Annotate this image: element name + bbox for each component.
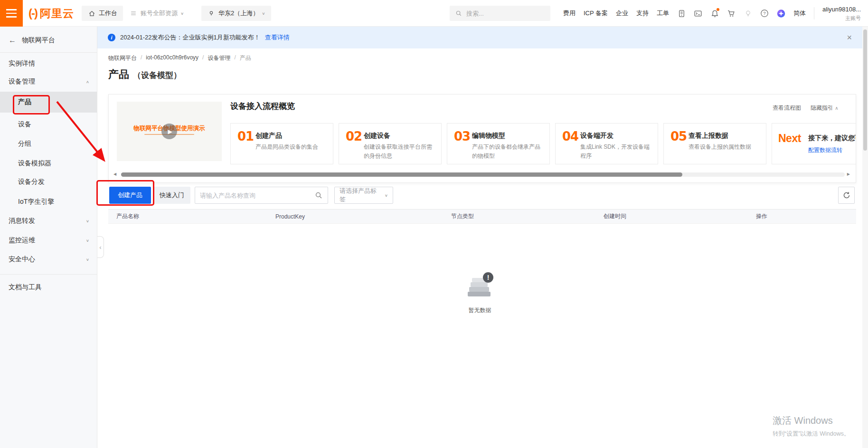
guide-step-3: 03 编辑物模型 产品下的设备都会继承产品的物模型	[447, 123, 550, 164]
nav-billing[interactable]: 费用	[563, 9, 576, 18]
no-data-icon: !	[464, 272, 496, 301]
breadcrumb-item[interactable]: 设备管理	[208, 54, 230, 62]
chevron-down-icon: ∨	[86, 257, 89, 262]
step-description: 查看设备上报的属性数据	[689, 143, 761, 152]
breadcrumb-separator: /	[202, 54, 204, 62]
collapse-icon: ‹	[99, 244, 101, 251]
sidebar-collapse-handle[interactable]: ‹	[97, 236, 104, 258]
sidebar-back[interactable]: ← 物联网平台	[0, 32, 97, 48]
topbar-right: 费用 ICP 备案 企业 支持 工单 ?	[563, 0, 861, 27]
sidebar-item-label: 文档与工具	[9, 283, 42, 292]
quickstart-button[interactable]: 快速入门	[153, 187, 190, 204]
guide-next-card: Next 接下来，建议您可 配置数据流转	[772, 123, 856, 164]
column-created-time: 创建时间	[604, 212, 626, 220]
sidebar-item-label: 实例详情	[9, 59, 35, 68]
horizontal-scrollbar-thumb[interactable]	[121, 172, 682, 177]
product-table-header: 产品名称 ProductKey 节点类型 创建时间 操作	[108, 209, 856, 224]
hamburger-menu-icon[interactable]	[0, 0, 23, 27]
sidebar-item-security-center[interactable]: 安全中心∨	[0, 250, 97, 269]
lightbulb-icon[interactable]	[744, 9, 752, 18]
aliyun-logo[interactable]: (-) 阿里云	[28, 0, 74, 27]
chevron-down-icon: ∨	[86, 238, 89, 243]
sidebar-item-docs-tools[interactable]: 文档与工具	[0, 278, 97, 297]
sidebar-item-instance-detail[interactable]: 实例详情	[0, 54, 97, 73]
sidebar-item-group[interactable]: 分组	[0, 134, 97, 153]
page-title-sub: （设备模型）	[133, 70, 181, 81]
search-icon[interactable]	[314, 191, 323, 200]
chevron-down-icon: ∨	[86, 219, 89, 223]
play-icon[interactable]: ▶	[161, 124, 177, 139]
nav-icp[interactable]: ICP 备案	[584, 9, 608, 18]
global-search-input[interactable]	[466, 10, 538, 17]
account-resources-selector[interactable]: 账号全部资源 ∨	[129, 0, 184, 27]
sidebar-item-label: IoT孪生引擎	[18, 198, 54, 206]
notification-dot	[717, 8, 719, 11]
product-search-box	[195, 187, 328, 204]
language-selector[interactable]: 简体	[793, 9, 806, 18]
sidebar-item-label: 产品	[18, 98, 31, 106]
sidebar-item-device-management[interactable]: 设备管理∧	[0, 72, 97, 91]
page-scrollbar[interactable]	[862, 27, 868, 448]
search-icon	[454, 9, 463, 18]
breadcrumb-item[interactable]: 物联网平台	[108, 54, 137, 62]
hide-guide-label: 隐藏指引	[811, 105, 833, 111]
sidebar-divider	[0, 52, 97, 53]
sidebar-item-label: 设备模拟器	[18, 159, 51, 168]
step-number: 01	[237, 129, 254, 143]
sidebar-item-label: 设备	[18, 120, 31, 129]
user-account[interactable]: aliyun98108... 主账号	[822, 5, 861, 22]
nav-enterprise[interactable]: 企业	[616, 9, 628, 18]
info-icon: i	[108, 34, 115, 41]
onboarding-guide-panel: 物联网平台物模型使用演示 ▶ 设备接入流程概览 查看流程图 隐藏指引 ∧ 01 …	[108, 94, 856, 183]
ai-assistant-icon[interactable]	[777, 9, 785, 18]
product-tag-select[interactable]: 请选择产品标签 ∨	[334, 187, 393, 204]
breadcrumb-item[interactable]: iot-06z00c0h9r6voyy	[146, 54, 198, 62]
guide-heading: 设备接入流程概览	[230, 101, 295, 112]
sidebar-item-label: 消息转发	[9, 217, 35, 225]
workbench-button[interactable]: 工作台	[82, 6, 123, 21]
product-search-input[interactable]	[200, 192, 314, 199]
create-product-button[interactable]: 创建产品	[109, 187, 151, 204]
sidebar-item-product[interactable]: 产品	[0, 92, 97, 113]
empty-state: ! 暂无数据	[97, 272, 862, 315]
scroll-left-arrow-icon[interactable]: ◀	[113, 172, 116, 176]
step-number: 03	[454, 129, 470, 143]
hide-guide-link[interactable]: 隐藏指引 ∧	[811, 104, 839, 112]
chevron-down-icon: ∨	[180, 11, 184, 16]
page-title-main: 产品	[108, 67, 129, 82]
guide-step-2: 02 创建设备 创建设备获取连接平台所需的身份信息	[339, 123, 442, 164]
sidebar-item-label: 分组	[18, 140, 31, 148]
help-icon[interactable]: ?	[760, 9, 769, 18]
notifications-bell-icon[interactable]	[710, 9, 719, 18]
region-selector[interactable]: 华东2（上海） ∨	[201, 6, 271, 21]
cloudshell-icon[interactable]	[694, 9, 702, 18]
user-name: aliyun98108...	[822, 5, 861, 14]
sidebar-item-message-forwarding[interactable]: 消息转发∨	[0, 211, 97, 230]
sidebar-item-device[interactable]: 设备	[0, 115, 97, 134]
sidebar-item-device-distribution[interactable]: 设备分发	[0, 172, 97, 191]
step-description: 集成Link SDK，开发设备端程序	[580, 143, 652, 160]
scroll-right-arrow-icon[interactable]: ▶	[847, 172, 850, 176]
banner-close-icon[interactable]: ×	[847, 33, 852, 43]
step-title: 创建设备	[364, 132, 390, 140]
sidebar-item-monitoring-ops[interactable]: 监控运维∨	[0, 231, 97, 250]
horizontal-scrollbar[interactable]	[121, 172, 845, 177]
next-label: Next	[778, 132, 801, 145]
view-flowchart-link[interactable]: 查看流程图	[773, 104, 801, 112]
sidebar-item-iot-twin-engine[interactable]: IoT孪生引擎	[0, 192, 97, 211]
sidebar-item-device-simulator[interactable]: 设备模拟器	[0, 154, 97, 173]
nav-ticket[interactable]: 工单	[657, 9, 669, 18]
column-actions: 操作	[756, 212, 767, 220]
page-scrollbar-thumb[interactable]	[863, 29, 867, 151]
svg-text:?: ?	[763, 10, 765, 16]
refresh-button[interactable]	[838, 187, 855, 204]
nav-support[interactable]: 支持	[636, 9, 649, 18]
configure-data-flow-link[interactable]: 配置数据流转	[808, 146, 842, 154]
announcement-detail-link[interactable]: 查看详情	[265, 33, 290, 42]
global-search[interactable]	[450, 6, 550, 21]
api-icon[interactable]	[677, 9, 686, 18]
cart-icon[interactable]	[727, 9, 736, 18]
breadcrumb-separator: /	[141, 54, 142, 62]
demo-video-thumbnail[interactable]: 物联网平台物模型使用演示 ▶	[117, 102, 222, 161]
breadcrumb-current: 产品	[240, 54, 251, 62]
